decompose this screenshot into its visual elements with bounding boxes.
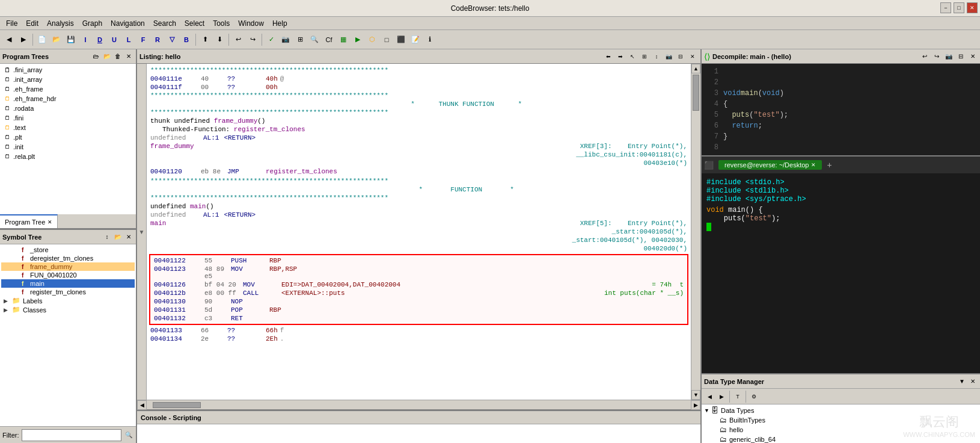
dtm-dropdown-btn[interactable]: ▼ [957,377,967,386]
tree-item-fini[interactable]: 🗒 .fini [1,113,135,123]
sym-tree-btn2[interactable]: 📂 [113,232,123,242]
tb-btn-8[interactable]: F [136,33,150,46]
tb-step[interactable]: ⬛ [394,33,408,46]
tb-btn-3[interactable]: 💾 [64,33,78,46]
sym-item-register[interactable]: f register_tm_clones [1,288,135,296]
decompiler-btn4[interactable]: ⊟ [956,52,966,61]
tb-btn-9[interactable]: R [151,33,164,46]
tree-item-init-array[interactable]: 🗒 .init_array [1,75,135,84]
dtm-item-builtin[interactable]: 🗂 BuiltInTypes [703,415,979,425]
sym-item-deregister[interactable]: f deregister_tm_clones [1,254,135,262]
listing-btn4[interactable]: ⊞ [639,51,650,62]
tb-info[interactable]: ℹ [423,33,436,46]
decompiler-content[interactable]: 1 2 3 void main ( void ) 4 { [702,64,980,155]
prog-trees-close-btn[interactable]: ✕ [124,52,133,61]
tree-item-rodata[interactable]: 🗒 .rodata [1,104,135,113]
listing-hscroll[interactable]: ◀ ▶ [137,400,700,409]
dtm-settings-btn[interactable]: ⚙ [749,391,759,402]
tb-script[interactable]: 📝 [409,33,422,46]
tb-btn-5[interactable]: D [93,33,106,46]
tb-btn-6[interactable]: U [108,33,121,46]
listing-btn5[interactable]: ↕ [651,51,662,62]
prog-trees-new-btn[interactable]: 🗁 [91,52,101,61]
sym-tree-close-btn[interactable]: ✕ [124,232,133,242]
tb-btn-2[interactable]: 📂 [50,33,63,46]
terminal-add-btn[interactable]: + [827,160,831,170]
menu-window[interactable]: Window [234,18,268,29]
decompiler-close-btn[interactable]: ✕ [968,52,978,61]
menu-select[interactable]: Select [181,18,208,29]
tb-screenshot[interactable]: 📷 [279,33,292,46]
dtm-fwd-btn[interactable]: ▶ [716,391,727,402]
listing-cursor-btn[interactable]: ↖ [627,51,638,62]
prog-trees-open-btn[interactable]: 📂 [102,52,112,61]
tb-bookmark[interactable]: ✓ [265,33,278,46]
tree-item-rela-plt[interactable]: 🗒 .rela.plt [1,152,135,161]
filter-input[interactable] [22,429,122,441]
tree-item-fini-array[interactable]: 🗒 .fini_array [1,65,135,75]
tb-export[interactable]: ⬇ [213,33,226,46]
hscroll-left[interactable]: ◀ [137,400,147,410]
dtm-back-btn[interactable]: ◀ [704,391,715,402]
menu-search[interactable]: Search [150,18,180,29]
tb-btn-4[interactable]: I [79,33,92,46]
menu-file[interactable]: File [2,18,21,29]
prog-trees-del-btn[interactable]: 🗑 [113,52,123,61]
menu-edit[interactable]: Edit [22,18,42,29]
tb-search[interactable]: 🔍 [308,33,321,46]
console-content[interactable] [137,424,700,443]
listing-code[interactable]: ****************************************… [147,64,691,400]
tb-ref[interactable]: ⊞ [293,33,307,46]
listing-btn2[interactable]: ➡ [615,51,626,62]
sym-item-fun[interactable]: f FUN_00401020 [1,271,135,279]
tree-item-plt[interactable]: 🗒 .plt [1,132,135,142]
dtm-item-generic[interactable]: 🗂 generic_clib_64 [703,435,979,443]
terminal-content[interactable]: #include <stdio.h> #include <stdlib.h> #… [702,173,980,373]
scroll-down[interactable]: ▼ [691,390,700,400]
tree-item-text[interactable]: 🗒 .text [1,123,135,132]
tb-btn-10[interactable]: ▽ [165,33,179,46]
menu-graph[interactable]: Graph [79,18,106,29]
sym-item-frame-dummy[interactable]: f frame_dummy [1,262,135,271]
tree-item-eh-frame[interactable]: 🗒 .eh_frame [1,84,135,94]
dtm-item-root[interactable]: ▼ 🗄 Data Types [703,406,979,415]
decompiler-btn3[interactable]: 📷 [944,52,954,61]
listing-cam-btn[interactable]: 📷 [663,51,674,62]
tree-item-eh-frame-hdr[interactable]: 🗒 .eh_frame_hdr [1,94,135,104]
menu-tools[interactable]: Tools [209,18,233,29]
close-button[interactable]: ✕ [967,2,978,13]
menu-analysis[interactable]: Analysis [43,18,78,29]
tb-debug[interactable]: ⬡ [366,33,379,46]
tb-run[interactable]: ▶ [351,33,364,46]
listing-scrollbar[interactable]: ▲ ▼ [691,64,700,400]
terminal-tab-close[interactable]: ✕ [811,162,816,168]
menu-help[interactable]: Help [269,18,291,29]
sym-item-labels[interactable]: ▶ 📁 Labels [1,296,135,305]
tb-btn-7[interactable]: L [122,33,135,46]
tb-btn-11[interactable]: B [180,33,193,46]
decompiler-btn1[interactable]: ↩ [920,52,929,61]
tb-d5[interactable]: Cf [322,33,335,46]
filter-btn[interactable]: 🔍 [124,430,133,440]
tb-undo[interactable]: ↩ [231,33,245,46]
maximize-button[interactable]: □ [954,2,964,13]
dtm-item-hello[interactable]: 🗂 hello [703,425,979,435]
program-tree-tab[interactable]: Program Tree ✕ [0,214,58,228]
sym-tree-btn1[interactable]: ↕ [102,232,112,242]
menu-navigation[interactable]: Navigation [107,18,149,29]
tb-graph[interactable]: ▦ [337,33,350,46]
tb-redo[interactable]: ↪ [246,33,259,46]
tb-import[interactable]: ⬆ [198,33,212,46]
dtm-type-btn[interactable]: T [732,391,743,402]
scroll-thumb[interactable] [693,75,699,111]
tree-item-init[interactable]: 🗒 .init [1,142,135,152]
listing-btn1[interactable]: ⬅ [603,51,614,62]
tb-btn-1[interactable]: 📄 [35,33,49,46]
scroll-up[interactable]: ▲ [691,64,700,73]
sym-item-classes[interactable]: ▶ 📁 Classes [1,305,135,314]
hscroll-thumb[interactable] [153,402,201,408]
sym-item-main[interactable]: f main [1,279,135,288]
listing-close-btn[interactable]: ✕ [687,51,698,62]
terminal-tab[interactable]: reverse@reverse: ~/Desktop ✕ [718,160,822,170]
decompiler-btn2[interactable]: ↪ [932,52,942,61]
